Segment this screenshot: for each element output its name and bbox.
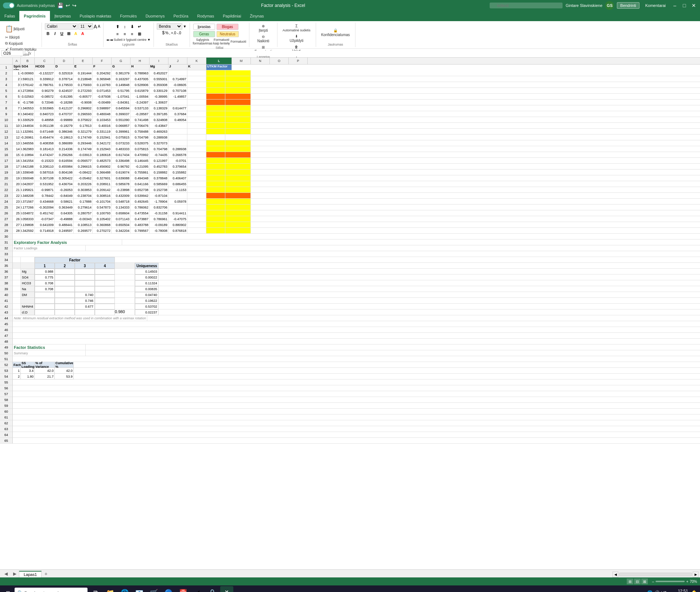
conditional-format-button[interactable]: Sąlyginisformatavimas	[193, 38, 213, 45]
cell-24-9[interactable]: 0.05978	[168, 199, 187, 205]
cell-42-f1[interactable]	[35, 304, 55, 309]
cell-6-5[interactable]: -0.87938	[93, 94, 112, 100]
cell-27-11[interactable]	[206, 216, 225, 222]
edge-icon[interactable]: 🌐	[118, 586, 131, 592]
cell-36-uniq[interactable]: 0.14503	[135, 269, 159, 274]
scroll-left-btn[interactable]: ◀	[612, 572, 618, 577]
cell-38-label[interactable]: HCO3	[21, 280, 35, 286]
accounting-format-button[interactable]: $	[162, 30, 165, 35]
cell-54-cum[interactable]: 53.9	[55, 374, 74, 379]
cell-5-0[interactable]: 4	[13, 88, 21, 94]
cell-15-5[interactable]: 0.152943	[93, 146, 112, 152]
cell-54-var[interactable]: 21.7	[35, 374, 55, 379]
cell-26-10[interactable]	[187, 210, 206, 216]
cell-11-0[interactable]: 10	[13, 123, 21, 129]
cell-11-4[interactable]: 0.17813	[74, 123, 93, 129]
undo-icon[interactable]: ↩	[66, 3, 70, 8]
col-header-c[interactable]: C	[35, 58, 55, 64]
cell-3-8[interactable]: 0.555001	[149, 76, 168, 82]
cell-k1[interactable]: K	[187, 65, 206, 70]
cell-13-7[interactable]: 0.704798	[131, 135, 149, 140]
cell-43-f4[interactable]	[95, 309, 115, 315]
cell-reference-input[interactable]	[1, 50, 23, 56]
cell-6-1[interactable]: -3.02563	[21, 94, 35, 100]
italic-button[interactable]: I	[52, 30, 58, 37]
cell-22-5[interactable]: 0.209142	[93, 187, 112, 193]
cell-20-5[interactable]: 0.327601	[93, 175, 112, 181]
cell-28-4[interactable]: 0.108513	[74, 222, 93, 228]
align-right-button[interactable]: ≡	[129, 31, 135, 37]
cell-15-3[interactable]: 0.214336	[55, 146, 74, 152]
cell-17-3[interactable]: 0.616594	[55, 158, 74, 164]
horizontal-scrollbar[interactable]	[619, 573, 692, 576]
tab-rodymas[interactable]: Rodymas	[193, 11, 218, 21]
cell-22-factor[interactable]	[225, 187, 251, 193]
scroll-tabs-right[interactable]: ▶	[10, 570, 19, 577]
cell-7-10[interactable]	[187, 100, 206, 105]
cell-21-2[interactable]: 0.531952	[35, 181, 55, 187]
cell-52-ss[interactable]: SS Loadings	[21, 362, 35, 368]
tab-perziura[interactable]: Peržiūra	[169, 11, 193, 21]
cell-6-7[interactable]: -1.00594	[131, 94, 149, 100]
zoom-out-btn[interactable]: –	[652, 580, 654, 584]
cell-22-10[interactable]	[187, 187, 206, 193]
cell-53-factor[interactable]: 1	[13, 368, 21, 374]
cell-21-5[interactable]: 0.208911	[93, 181, 112, 187]
cell-4-7[interactable]: 0.528906	[131, 82, 149, 88]
cell-24-0[interactable]: 23	[13, 199, 21, 205]
cell-43-f3[interactable]	[75, 309, 95, 315]
align-bottom-button[interactable]: ⬇	[129, 23, 135, 30]
cell-15-6[interactable]: 0.483333	[112, 146, 131, 152]
cell-6-0[interactable]: 5	[13, 94, 21, 100]
fill-button[interactable]: ⬇ Užpildyti	[287, 34, 306, 43]
cell-10-11[interactable]	[206, 117, 225, 123]
cell-2-3[interactable]: 0.325319	[55, 70, 74, 76]
cell-22-2[interactable]: -0.99871	[35, 187, 55, 193]
row-30-empty[interactable]	[13, 234, 700, 239]
cell-6-2[interactable]: -0.08572	[35, 94, 55, 100]
cell-12-9[interactable]	[168, 129, 187, 135]
store-icon[interactable]: 🛒	[147, 586, 160, 592]
cell-27-2[interactable]: -0.07347	[35, 216, 55, 222]
cell-20-11[interactable]	[206, 175, 225, 181]
cell-27-6[interactable]: 0.071143	[112, 216, 131, 222]
cell-5-4[interactable]: 0.272293	[74, 88, 93, 94]
cell-11-2[interactable]: 0.051138	[35, 123, 55, 129]
minimize-button[interactable]: –	[672, 2, 678, 9]
col-header-j[interactable]: J	[168, 58, 187, 64]
cell-37-f1[interactable]: 0.775	[35, 274, 55, 280]
cell-12-0[interactable]: 11	[13, 129, 21, 135]
cell-2-0[interactable]: 1	[13, 70, 21, 76]
cell-23-4[interactable]: -0.238704	[74, 193, 93, 199]
cell-4-11[interactable]	[206, 82, 225, 88]
cell-21-factor[interactable]	[225, 181, 251, 187]
cell-29-5[interactable]: 0.270272	[93, 228, 112, 234]
delete-button[interactable]: ⊖ Naikinti	[255, 34, 272, 44]
cell-23-9[interactable]	[168, 193, 187, 199]
tab-iterpimas[interactable]: Įterpimas	[50, 11, 75, 21]
cell-8-3[interactable]: 0.412137	[55, 105, 74, 111]
cell-18-8[interactable]: 0.452783	[149, 164, 168, 170]
col-header-e[interactable]: E	[74, 58, 93, 64]
cell-16-3[interactable]: 0.256266	[55, 152, 74, 158]
cell-c1[interactable]: HCO3	[35, 65, 55, 70]
cell-26-11[interactable]	[206, 210, 225, 216]
cell-23-3[interactable]: -0.84049	[55, 193, 74, 199]
cell-15-10[interactable]	[187, 146, 206, 152]
cell-6-4[interactable]: -0.80577	[74, 94, 93, 100]
cell-7-3[interactable]: -0.18288	[55, 100, 74, 105]
cell-26-6[interactable]: 0.658604	[112, 210, 131, 216]
cell-37-uniq[interactable]: 0.00022	[135, 274, 159, 280]
cell-24-2[interactable]: 0.434668	[35, 199, 55, 205]
cell-25-8[interactable]: 0.832706	[149, 205, 168, 210]
cell-19-8[interactable]: 0.158882	[149, 170, 168, 175]
cell-efa-header[interactable]: Exploratory Factor Analysis	[13, 239, 122, 245]
cell-18-2[interactable]: 0.208110	[35, 164, 55, 170]
comment-button[interactable]: Komentarai	[642, 3, 669, 8]
cell-6-8[interactable]: -0.38995	[149, 94, 168, 100]
cell-16-10[interactable]	[187, 152, 206, 158]
cell-4-9[interactable]: -0.08605	[168, 82, 187, 88]
maximize-button[interactable]: □	[681, 2, 688, 9]
scroll-tabs-left[interactable]: ◀	[1, 570, 10, 577]
tab-puslapio-maketas[interactable]: Puslapio maketas	[75, 11, 116, 21]
